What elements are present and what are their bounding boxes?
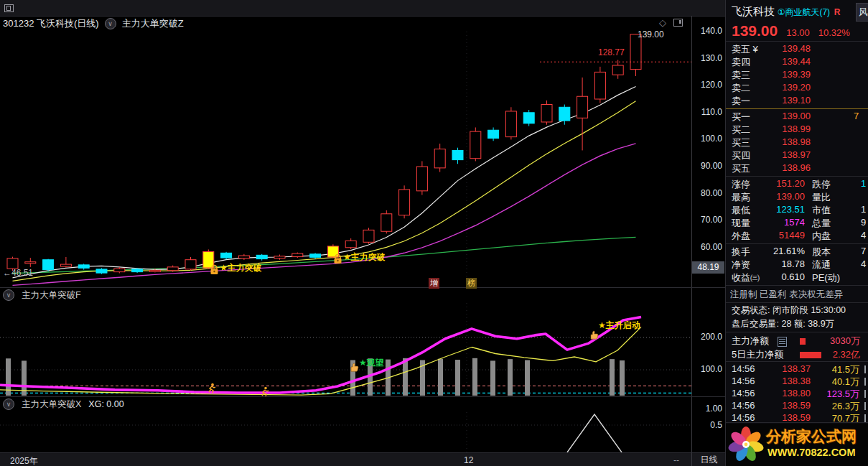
price-label-low: ←46.51 (3, 268, 33, 278)
main-indicator-name[interactable]: 主力大单突破Z (122, 17, 184, 30)
y-axis-tick: 120.0 (692, 80, 722, 90)
sell-quote-row[interactable]: 卖一139.10 (726, 95, 868, 108)
app-window: 301232 飞沃科技(日线) ∨ 主力大单突破Z ◇ 139.00 128.7… (0, 0, 868, 466)
stock-name: 飞沃科技 (732, 5, 775, 17)
period-selector[interactable]: 日线 (691, 452, 726, 466)
stat-row: 现量1574总量9 (726, 217, 868, 230)
indicator-x-name[interactable]: 主力大单突破X (22, 399, 81, 411)
y-axis-tick: 70.00 (692, 215, 722, 225)
axis-dashes: -- (673, 455, 679, 465)
main-candlestick-chart[interactable] (0, 32, 691, 287)
buy-quote-row[interactable]: 买一139.007 (726, 111, 868, 124)
trade-list-row[interactable]: 14:56138.3840.1万 (726, 376, 868, 388)
price-summary: 139.00 13.00 10.32% (732, 22, 850, 39)
indicator-f-header: ∨ 主力大单突破F (0, 287, 691, 303)
flow-bar (800, 338, 806, 345)
price-change: 13.00 (786, 27, 810, 38)
runner-icon (260, 386, 269, 399)
time-axis[interactable]: 2025年 12 -- (0, 452, 691, 466)
sidebar-divider (726, 108, 868, 109)
diamond-icon[interactable]: ◇ (659, 17, 666, 28)
chevron-down-icon[interactable]: ∨ (3, 399, 14, 410)
y-axis-tick: 100.0 (692, 134, 722, 144)
signal-label-launch: ★主升启动 (598, 320, 640, 332)
buy-quote-row[interactable]: 买三138.98 (726, 136, 868, 149)
y-axis-tick: 130.0 (692, 53, 722, 63)
y-axis-tick-x: 1.00 (692, 404, 722, 414)
indicator-f-chart[interactable] (0, 303, 691, 396)
stat-row: 收益㈢0.610PE(动) (726, 271, 868, 284)
sidebar-divider (726, 302, 868, 303)
margin-badge: R (834, 7, 841, 17)
site-logo[interactable]: 分析家公式网 WWW.70822.COM (726, 424, 868, 466)
lock-icon (332, 253, 343, 266)
price-change-pct: 10.32% (818, 27, 850, 38)
indicator-x-chart[interactable] (0, 412, 691, 452)
stat-row: 外盘51449内盘4 (726, 230, 868, 243)
price-label-high: 139.00 (638, 29, 664, 39)
sell-quote-row[interactable]: 卖三139.39 (726, 69, 868, 82)
sidebar-divider (726, 176, 868, 177)
buy-quote-row[interactable]: 买四138.97 (726, 149, 868, 162)
sell-quote-row[interactable]: 卖二139.20 (726, 82, 868, 95)
sell-quote-row[interactable]: 卖五 ¥139.48 (726, 43, 868, 56)
flow-bar (800, 352, 821, 358)
registration-info: 注册制 已盈利 表决权无差异 (730, 289, 843, 301)
window-icon[interactable] (4, 4, 14, 12)
sidebar-divider (726, 361, 868, 362)
y-axis-tick: 80.00 (692, 188, 722, 198)
y-axis-tick-x: 0.5 (692, 420, 722, 430)
buy-quote-row[interactable]: 买二138.99 (726, 124, 868, 136)
y-axis-tick-f: 200.0 (692, 332, 722, 342)
indicator-x-header: ∨ 主力大单突破X XG: 0.00 (0, 396, 691, 412)
y-axis-tick-f: 100.0 (692, 364, 722, 374)
signal-label-breakout: ★主力突破 (343, 251, 386, 264)
runner-icon (207, 383, 216, 396)
trade-list-row[interactable]: 14:56138.5926.3万 (726, 400, 868, 412)
list-icon[interactable] (778, 337, 787, 347)
stat-row: 最高139.00量比 (726, 191, 868, 204)
fund-flow-row: 主力净额3030万 (726, 335, 868, 348)
corner-tab[interactable]: 风 (856, 3, 868, 22)
y-axis-tick: 140.0 (692, 26, 722, 36)
y-axis-tick: 110.0 (692, 107, 722, 117)
last-price: 139.00 (732, 22, 778, 39)
stat-row: 换手21.61%股本7 (726, 246, 868, 258)
panel-layout-icon[interactable] (673, 19, 683, 27)
stock-code-title: 301232 飞沃科技(日线) (3, 17, 99, 30)
afterhours-volume: 盘后交易量: 28 额: 38.9万 (732, 318, 834, 330)
stat-row: 最低123.51市值1 (726, 204, 868, 217)
lock-icon (209, 264, 220, 277)
chevron-down-icon[interactable]: ∨ (3, 289, 14, 301)
y-axis-tick: 90.00 (692, 161, 722, 171)
sell-quote-row[interactable]: 卖四139.44 (726, 56, 868, 69)
thumb-up-icon (349, 362, 360, 375)
trading-status: 交易状态: 闭市阶段 15:30:00 (732, 304, 846, 317)
axis-month-label: 12 (464, 455, 473, 465)
event-tag[interactable]: 榜 (466, 278, 477, 289)
quote-sidebar: 飞沃科技 ①商业航天(7) R 139.00 13.00 10.32% 卖五 ¥… (725, 0, 868, 466)
stat-row: 涨停151.20跌停1 (726, 178, 868, 191)
sidebar-divider (726, 285, 868, 286)
top-menubar (0, 0, 725, 17)
signal-label-breakout: ★主力突破 (220, 262, 262, 274)
logo-url: WWW.70822.COM (767, 447, 855, 458)
chevron-down-icon[interactable]: ∨ (105, 18, 116, 29)
event-tag[interactable]: 增 (429, 278, 439, 289)
axis-year-label: 2025年 (10, 455, 38, 466)
stat-row: 净资18.78流通4 (726, 258, 868, 271)
ref-price-box: 48.19 (692, 261, 724, 274)
sidebar-divider (726, 422, 868, 423)
chart-title-row: 301232 飞沃科技(日线) ∨ 主力大单突破Z ◇ (0, 16, 691, 32)
price-label-ref: 128.77 (598, 47, 625, 57)
sidebar-divider (726, 243, 868, 244)
logo-title: 分析家公式网 (766, 427, 857, 447)
trade-list-row[interactable]: 14:56138.3741.5万 (726, 363, 868, 376)
sidebar-divider (726, 41, 868, 42)
indicator-x-value: XG: 0.00 (88, 399, 123, 409)
buy-quote-row[interactable]: 买五138.96 (726, 162, 868, 175)
sidebar-divider (726, 332, 868, 332)
trade-list-row[interactable]: 14:56138.80123.5万 (726, 388, 868, 400)
sector-tag[interactable]: ①商业航天(7) (778, 7, 830, 17)
indicator-f-name[interactable]: 主力大单突破F (22, 289, 81, 302)
